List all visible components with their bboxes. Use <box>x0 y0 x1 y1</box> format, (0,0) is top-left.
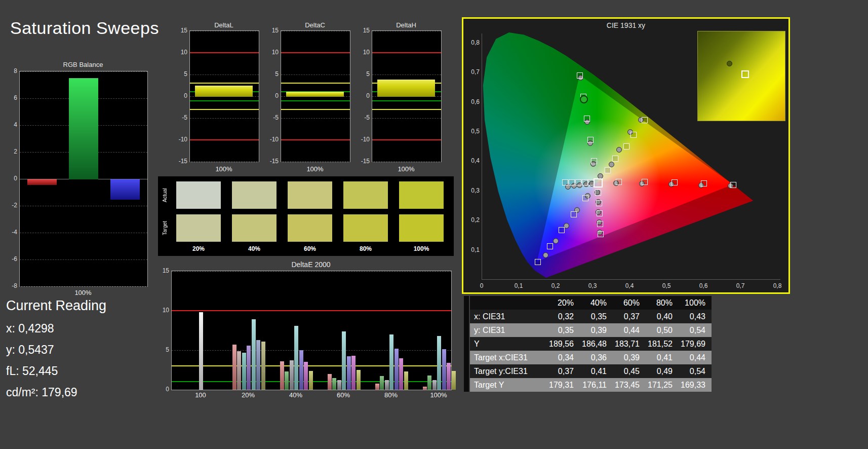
cie-target-point <box>547 243 553 249</box>
cie-target-point <box>577 72 583 79</box>
table-header-cell: 40% <box>580 298 613 308</box>
de-bar <box>290 360 294 390</box>
swatch-target <box>343 214 388 242</box>
delta-ref-line <box>190 52 259 53</box>
delta-axis-tick: 0 <box>358 92 370 99</box>
delta-axis-tick: 10 <box>358 49 370 56</box>
de-bar <box>357 370 361 390</box>
delta-ref-line <box>190 139 259 140</box>
de-group-label: 100% <box>421 391 456 399</box>
cie-target-point <box>612 156 618 162</box>
rgb-axis-tick: -6 <box>4 255 17 263</box>
cie-target-point <box>571 211 577 217</box>
de-bar <box>427 376 431 390</box>
rgb-axis-tick: -4 <box>4 229 17 236</box>
cie-target-point <box>730 182 736 188</box>
table-cell: 0,39 <box>613 353 646 362</box>
delta-ref-line <box>190 109 259 110</box>
table-row: y: CIE310,350,390,440,500,54 <box>470 323 712 337</box>
table-row-label: y: CIE31 <box>470 326 547 335</box>
de-bar <box>447 363 451 390</box>
delta-chart-deltah[interactable]: DeltaH151050-5-10-15100% <box>358 21 441 175</box>
cie-target-point <box>597 221 603 227</box>
cie-diagram[interactable]: CIE 1931 xy 00,10,20,30,40,50,60,70,80,1… <box>462 17 790 294</box>
cie-x-tick: 0,7 <box>733 282 748 289</box>
delta-ref-line <box>372 52 441 53</box>
swatch-row-label: Target <box>162 214 169 242</box>
rgb-balance-title: RGB Balance <box>19 61 147 68</box>
delta-ref-line <box>281 83 350 84</box>
table-cell: 169,33 <box>679 381 712 390</box>
table-cell: 0,35 <box>547 326 580 335</box>
cie-measured-point <box>609 162 614 167</box>
table-header-row: 20%40%60%80%100% <box>470 296 712 310</box>
delta-ref-line <box>372 100 441 101</box>
delta-chart-plot <box>189 30 259 162</box>
deltae2000-title: DeltaE 2000 <box>171 260 451 269</box>
table-cell: 176,11 <box>580 381 613 390</box>
delta-value-bar <box>195 86 253 97</box>
table-cell: 0,54 <box>679 367 712 376</box>
swatch-target <box>232 214 277 242</box>
delta-grid-line <box>372 162 441 162</box>
delta-grid-line <box>281 31 350 31</box>
table-cell: 0,54 <box>679 326 712 335</box>
cie-target-point <box>582 179 588 185</box>
cie-white-point <box>594 178 603 188</box>
de-bar <box>347 356 351 390</box>
delta-x-label: 100% <box>281 165 349 173</box>
rgb-grid-line <box>20 233 147 233</box>
deltae2000-plot <box>171 271 452 390</box>
cie-target-point <box>559 227 565 233</box>
table-row-label: Target Y <box>470 381 547 390</box>
de-group-label: 60% <box>326 391 361 399</box>
table-cell: 0,37 <box>613 312 646 321</box>
cie-x-tick: 0,1 <box>511 282 526 289</box>
table-cell: 179,31 <box>547 381 580 390</box>
delta-grid-line <box>190 118 259 119</box>
swatch-actual <box>288 181 332 209</box>
saturation-sweeps-page: Saturation Sweeps RGB Balance 100% 86420… <box>0 0 868 449</box>
deltae2000-chart[interactable]: DeltaE 2000 15105010020%40%60%80%100% <box>158 260 454 405</box>
de-bar <box>299 350 303 390</box>
rgb-axis-tick: 6 <box>4 94 17 101</box>
delta-ref-line <box>281 100 350 101</box>
cie-target-point <box>562 179 568 185</box>
de-bar <box>252 319 256 390</box>
table-cell: 183,71 <box>613 340 646 349</box>
delta-axis-tick: 5 <box>358 70 370 78</box>
table-cell: 0,36 <box>580 353 613 362</box>
cie-target-point <box>595 190 601 196</box>
table-cell: 181,52 <box>646 340 679 349</box>
current-reading-value: x: 0,4298 <box>6 322 106 335</box>
table-row-label: Target y:CIE31 <box>470 367 547 376</box>
cie-y-tick: 0,3 <box>465 187 480 194</box>
delta-axis-tick: 10 <box>266 49 279 56</box>
delta-chart-plot <box>372 30 442 162</box>
cie-y-tick: 0,6 <box>465 98 480 105</box>
delta-chart-deltal[interactable]: DeltaL151050-5-10-15100% <box>175 21 258 175</box>
rgb-grid-line <box>20 286 147 287</box>
delta-axis-tick: 10 <box>175 49 187 56</box>
rgb-axis-tick: 8 <box>4 67 17 74</box>
de-bar <box>404 371 408 390</box>
delta-chart-deltac[interactable]: DeltaC151050-5-10-15100% <box>266 21 349 175</box>
de-ref-line <box>172 365 451 366</box>
table-row: Target Y179,31176,11173,45171,25169,33 <box>470 378 712 392</box>
de-bar <box>332 378 336 390</box>
table-cell: 0,44 <box>613 326 646 335</box>
de-grid-line <box>172 350 451 351</box>
table-row: Target x:CIE310,340,360,390,410,44 <box>470 351 712 364</box>
cie-zoom-inset <box>697 31 785 121</box>
delta-chart-title: DeltaL <box>189 21 258 29</box>
swatch-col-label: 80% <box>343 245 388 252</box>
table-cell: 179,69 <box>679 340 712 349</box>
rgb-balance-chart[interactable]: RGB Balance 100% 86420-2-4-6-8 <box>4 61 152 300</box>
rgb-bar-green <box>69 78 98 179</box>
rgb-bar-blue <box>110 179 140 200</box>
cie-target-point <box>630 132 637 138</box>
cie-y-tick: 0,5 <box>465 128 480 135</box>
delta-chart-plot <box>281 30 350 162</box>
inset-target-point <box>741 70 749 78</box>
delta-chart-title: DeltaH <box>372 21 441 29</box>
